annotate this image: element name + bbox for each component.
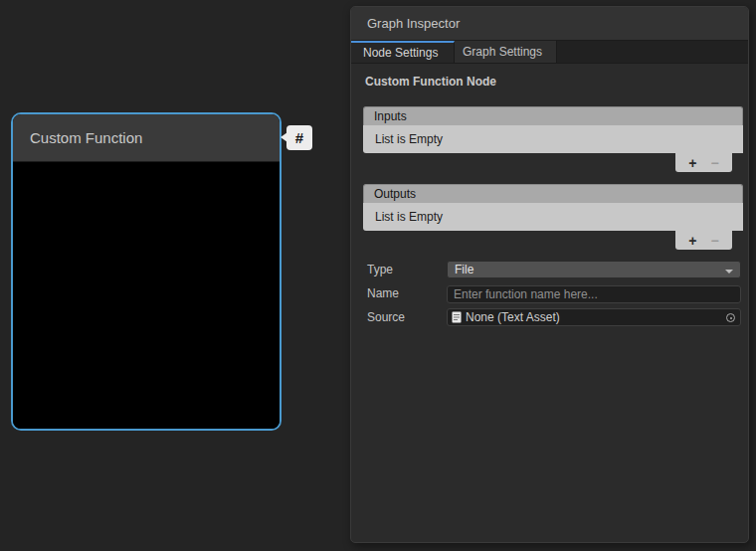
node-body bbox=[13, 163, 280, 429]
panel-header[interactable]: Graph Inspector bbox=[351, 7, 748, 41]
inputs-list-header[interactable]: Inputs bbox=[363, 106, 743, 125]
inputs-list-title: Inputs bbox=[374, 109, 407, 123]
source-row: Source None (Text Asset) bbox=[351, 308, 748, 326]
custom-function-node[interactable]: Custom Function bbox=[11, 112, 282, 431]
node-title: Custom Function bbox=[30, 129, 142, 146]
inputs-list: Inputs List is Empty + − bbox=[363, 106, 743, 172]
outputs-list-empty-row: List is Empty bbox=[363, 203, 743, 231]
type-label: Type bbox=[367, 261, 393, 278]
object-picker-icon[interactable] bbox=[726, 313, 735, 322]
text-asset-icon bbox=[452, 311, 462, 323]
source-value: None (Text Asset) bbox=[466, 310, 560, 324]
outputs-list: Outputs List is Empty + − bbox=[363, 184, 743, 250]
tab-label: Graph Settings bbox=[463, 45, 542, 59]
section-title: Custom Function Node bbox=[365, 75, 496, 89]
outputs-add-button[interactable]: + bbox=[685, 234, 699, 248]
tab-node-settings[interactable]: Node Settings bbox=[351, 41, 455, 63]
inputs-list-empty-row: List is Empty bbox=[363, 125, 743, 153]
function-name-input[interactable] bbox=[447, 285, 741, 303]
node-settings-badge[interactable]: # bbox=[286, 125, 312, 150]
tab-label: Node Settings bbox=[363, 46, 438, 60]
type-dropdown[interactable]: File bbox=[447, 261, 741, 278]
inputs-remove-button[interactable]: − bbox=[708, 156, 722, 170]
tab-graph-settings[interactable]: Graph Settings bbox=[455, 41, 557, 63]
shader-graph-window: { "node": { "title": "Custom Function", … bbox=[0, 0, 756, 551]
type-dropdown-value: File bbox=[455, 263, 473, 276]
tab-strip: Node Settings Graph Settings bbox=[351, 41, 748, 64]
outputs-remove-button[interactable]: − bbox=[708, 234, 722, 248]
inputs-empty-label: List is Empty bbox=[375, 132, 443, 146]
inputs-add-button[interactable]: + bbox=[685, 156, 699, 170]
type-row: Type File bbox=[351, 261, 748, 278]
outputs-list-title: Outputs bbox=[374, 187, 416, 201]
inputs-list-footer: + − bbox=[675, 153, 732, 172]
name-row: Name bbox=[351, 284, 748, 302]
hash-icon: # bbox=[295, 129, 303, 146]
outputs-empty-label: List is Empty bbox=[375, 210, 443, 224]
panel-title: Graph Inspector bbox=[367, 16, 460, 31]
outputs-list-header[interactable]: Outputs bbox=[363, 184, 743, 203]
graph-inspector-panel: Graph Inspector Node Settings Graph Sett… bbox=[350, 6, 749, 543]
source-object-field[interactable]: None (Text Asset) bbox=[447, 308, 741, 326]
node-title-bar[interactable]: Custom Function bbox=[13, 114, 280, 162]
chevron-down-icon bbox=[725, 270, 733, 274]
source-label: Source bbox=[367, 308, 405, 326]
name-label: Name bbox=[367, 284, 399, 302]
outputs-list-footer: + − bbox=[675, 231, 732, 250]
